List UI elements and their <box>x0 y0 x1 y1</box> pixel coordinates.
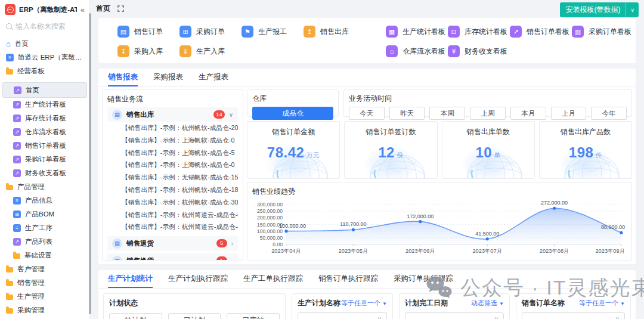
quick-link-生产统计看板[interactable]: ▦生产统计看板 <box>386 26 448 38</box>
sidebar-item-首页[interactable]: ↗首页 <box>2 82 87 98</box>
flow-record[interactable]: 【销售出库】-示例：上海帆软-成品仓-0 <box>107 134 238 147</box>
svg-text:172,000.00: 172,000.00 <box>407 213 434 219</box>
flow-record[interactable]: 【销售出库】-示例：杭州简道云-成品仓-0 <box>107 209 238 221</box>
page-tab-home[interactable]: 首页 <box>96 4 110 14</box>
flow-record[interactable]: 【销售出库】-示例：杭州简道云-成品仓-40 <box>107 221 238 233</box>
time-option-昨天[interactable]: 昨天 <box>389 107 425 120</box>
time-option-本月[interactable]: 本月 <box>510 107 546 120</box>
chevron-down-icon[interactable]: ∨ <box>229 112 233 118</box>
svg-text:88,000.00: 88,000.00 <box>601 224 625 230</box>
kpi-unit: 万元 <box>306 151 320 159</box>
tab-采购订单执行跟踪[interactable]: 采购订单执行跟踪 <box>394 270 453 288</box>
time-option-今年[interactable]: 今年 <box>591 107 627 120</box>
sidebar-item-产品管理[interactable]: 产品管理 <box>2 180 87 194</box>
quick-link-采购订单[interactable]: ⊞采购订单 <box>179 26 242 38</box>
quick-link-库存统计看板[interactable]: ⊡库存统计看板 <box>448 26 510 38</box>
filter-operator-link[interactable]: 等于任意一个 ▼ <box>341 299 387 308</box>
folder-icon <box>13 253 20 259</box>
tab-生产报表[interactable]: 生产报表 <box>199 69 228 86</box>
sidebar-item-生产管理[interactable]: 生产管理 <box>2 290 87 303</box>
quick-link-label: 仓库流水看板 <box>402 47 445 57</box>
flow-record[interactable]: 【销售出库】-示例：无锡帆软-成品仓-15 <box>107 171 238 184</box>
sidebar-item-销售管理[interactable]: 销售管理 <box>2 276 87 290</box>
sidebar-search-input[interactable]: 输入名称来搜索 <box>6 20 83 32</box>
topbar: 首页 安装模板(带数据) ∨ <box>90 0 644 17</box>
quick-link-采购入库[interactable]: ↧采购入库 <box>117 45 179 57</box>
sidebar-scrollbar[interactable] <box>89 13 91 314</box>
flow-group-销售出库[interactable]: ▤销售出库14∨ <box>107 107 238 122</box>
sidebar-item-采购管理[interactable]: 采购管理 <box>2 303 87 317</box>
tab-销售报表[interactable]: 销售报表 <box>108 69 138 86</box>
sidebar-item-经营看板[interactable]: 经营看板 <box>2 64 87 78</box>
time-filter-title: 业务活动时间 <box>349 94 627 104</box>
sidebar-item-财务收支看板[interactable]: ↗财务收支看板 <box>2 166 87 180</box>
flow-record[interactable]: 【销售出库】-示例：杭州帆软-成品仓-20 <box>107 122 238 134</box>
sidebar-item-生产统计看板[interactable]: ↗生产统计看板 <box>2 98 87 112</box>
sidebar-item-产品BOM[interactable]: ⊞产品BOM <box>2 207 87 221</box>
flow-group-销售退货[interactable]: ▤销售退货5› <box>107 236 238 250</box>
flow-group-label: 销售出库 <box>126 110 209 119</box>
status-option-已完结[interactable]: 已完结 <box>227 313 280 319</box>
dashboard-icon: ↗ <box>13 101 21 109</box>
sidebar-item-客户管理[interactable]: 客户管理 <box>2 262 87 276</box>
filter-operator-link[interactable]: 等于任意一个 ▼ <box>579 299 625 308</box>
quick-link-label: 生产统计看板 <box>402 27 445 37</box>
tab-采购报表[interactable]: 采购报表 <box>153 69 183 86</box>
quick-link-生产报工[interactable]: ⚑生产报工 <box>242 26 304 38</box>
sidebar-item-产品信息[interactable]: ≡产品信息 <box>2 194 87 207</box>
time-option-上周[interactable]: 上周 <box>470 107 506 120</box>
filter-panel-计划状态: 计划状态待计划已计划已完结 <box>103 293 286 319</box>
time-option-上月[interactable]: 上月 <box>551 107 587 120</box>
tab-销售订单执行跟踪[interactable]: 销售订单执行跟踪 <box>318 270 378 288</box>
install-template-button[interactable]: 安装模板(带数据) ∨ <box>560 2 639 17</box>
sidebar-item-采购订单看板[interactable]: ↗采购订单看板 <box>2 153 87 166</box>
chevron-right-icon[interactable]: › <box>231 240 233 247</box>
fullscreen-icon[interactable] <box>117 5 124 12</box>
sidebar-item-仓库流水看板[interactable]: ↗仓库流水看板 <box>2 125 87 139</box>
sidebar-item-label: 经营看板 <box>17 67 45 76</box>
filter-panel-销售订单名称: 销售订单名称等于任意一个 ▼∨ <box>516 293 631 319</box>
warehouse-option-button[interactable]: 成品仓 <box>252 107 333 120</box>
time-option-本周[interactable]: 本周 <box>429 107 465 120</box>
status-option-待计划[interactable]: 待计划 <box>109 313 162 319</box>
filter-select[interactable]: ∨ <box>522 312 625 319</box>
sidebar-item-销售订单看板[interactable]: ↗销售订单看板 <box>2 139 87 153</box>
quick-link-仓库流水看板[interactable]: ⌂仓库流水看板 <box>386 45 448 57</box>
install-chevron-down-icon[interactable]: ∨ <box>626 2 639 17</box>
tab-生产计划统计[interactable]: 生产计划统计 <box>108 270 153 288</box>
quick-link-icon: ⇓ <box>179 45 191 57</box>
sidebar-item-label: 生产工序 <box>25 224 52 233</box>
status-option-已计划[interactable]: 已计划 <box>168 313 221 319</box>
sidebar-item-简道云 ERP（离散制造-ATO）「...[interactable]: ≡简道云 ERP（离散制造-ATO）「... <box>2 51 87 64</box>
sidebar-item-生产工序[interactable]: ≡生产工序 <box>2 221 87 235</box>
tab-生产计划执行跟踪[interactable]: 生产计划执行跟踪 <box>168 270 228 288</box>
quick-link-采购订单看板[interactable]: ▥采购订单看板 <box>572 26 634 38</box>
tab-生产工单执行跟踪[interactable]: 生产工单执行跟踪 <box>243 270 303 288</box>
svg-text:300,000.00: 300,000.00 <box>257 202 283 207</box>
chevron-right-icon[interactable]: › <box>231 258 233 261</box>
flow-record[interactable]: 【销售出库】-示例：上海帆软-成品仓-0 <box>107 159 238 171</box>
quick-link-生产入库[interactable]: ⇓生产入库 <box>179 45 242 57</box>
chevron-down-icon: ∨ <box>494 315 499 319</box>
svg-text:0.00: 0.00 <box>273 241 283 247</box>
sidebar-item-库存统计看板[interactable]: ↗库存统计看板 <box>2 112 87 125</box>
sidebar-collapse-icon[interactable]: « <box>80 5 85 14</box>
quick-link-销售订单看板[interactable]: ↗销售订单看板 <box>510 26 572 38</box>
quick-link-销售订单[interactable]: ▤销售订单 <box>117 26 179 38</box>
sidebar-item-产品列表[interactable]: ↗产品列表 <box>2 235 87 249</box>
filter-select[interactable]: ∨ <box>298 312 387 319</box>
flow-record[interactable]: 【销售出库】-示例：杭州帆软-成品仓-30 <box>107 196 238 209</box>
quick-link-财务收支看板[interactable]: ¥财务收支看板 <box>448 45 510 57</box>
svg-text:2023年06月: 2023年06月 <box>405 248 435 254</box>
quick-link-销售出库[interactable]: ↥销售出库 <box>304 26 366 38</box>
sidebar-item-基础设置[interactable]: 基础设置 <box>2 249 87 262</box>
time-option-今天[interactable]: 今天 <box>349 107 385 120</box>
filter-select[interactable]: ∨ <box>405 312 504 319</box>
sidebar-item-label: 财务收支看板 <box>25 169 66 178</box>
flow-group-销售换货[interactable]: ▤销售换货1› <box>107 253 238 261</box>
quick-link-icon: ↧ <box>117 45 129 57</box>
filter-operator-link[interactable]: 动态筛选 ▼ <box>471 299 504 308</box>
sidebar-item-首页[interactable]: ⌂首页 <box>2 37 87 51</box>
flow-record[interactable]: 【销售出库】-示例：上海帆软-成品仓-5 <box>107 147 238 159</box>
flow-record[interactable]: 【销售出库】-示例：杭州帆软-成品仓-18 <box>107 184 238 196</box>
